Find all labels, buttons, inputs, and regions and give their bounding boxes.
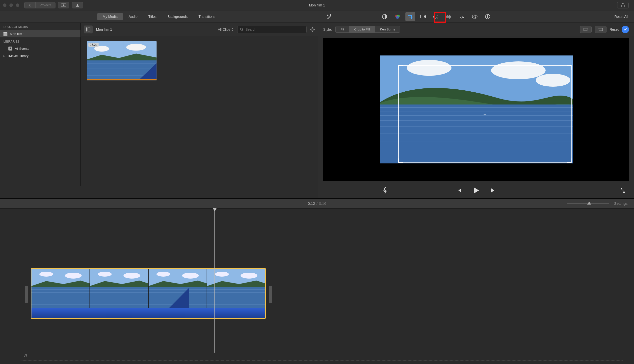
clips-area: Mon film 1 All Clips	[81, 23, 318, 198]
style-crop-to-fill-button[interactable]: Crop to Fill	[349, 26, 375, 32]
clip-thumbnail[interactable]: 16.2s	[87, 41, 157, 80]
search-input[interactable]	[246, 28, 304, 32]
libraries-heading: LIBRARIES	[0, 38, 80, 45]
noise-eq-button[interactable]	[444, 12, 454, 21]
crop-handle-nw[interactable]	[398, 65, 403, 70]
playback-bar	[318, 182, 634, 198]
projects-button[interactable]: Projects	[36, 2, 55, 8]
sidebar-item-imovie-library[interactable]: ▸ iMovie Library	[0, 52, 80, 60]
download-button[interactable]	[72, 2, 83, 8]
color-balance-button[interactable]	[380, 12, 390, 21]
tab-audio[interactable]: Audio	[123, 13, 143, 20]
rotate-ccw-button[interactable]	[580, 26, 592, 33]
color-correction-button[interactable]	[392, 12, 402, 21]
sidebar-item-project[interactable]: Mon film 1	[0, 30, 80, 38]
svg-rect-40	[32, 269, 265, 308]
rotate-cw-button[interactable]	[594, 26, 606, 33]
prev-frame-button[interactable]	[457, 188, 462, 193]
disclosure-triangle-icon[interactable]: ▸	[4, 54, 6, 58]
svg-rect-34	[384, 188, 386, 191]
svg-point-9	[240, 28, 243, 30]
playhead[interactable]	[214, 208, 215, 352]
library-sidebar: PROJECT MEDIA Mon film 1 LIBRARIES All	[0, 23, 81, 186]
crop-button[interactable]	[406, 12, 415, 21]
playhead-time: 0:12	[308, 201, 315, 206]
go-back-button[interactable]	[24, 2, 36, 8]
search-box[interactable]	[237, 26, 306, 33]
tab-titles[interactable]: Titles	[143, 13, 162, 20]
timeline[interactable]	[0, 208, 634, 364]
window-controls	[3, 4, 19, 7]
zoom-knob[interactable]	[587, 202, 591, 204]
svg-rect-20	[420, 15, 424, 18]
share-button[interactable]	[617, 2, 628, 8]
crop-handle-se[interactable]	[567, 158, 572, 163]
stepper-icon	[231, 28, 234, 31]
sidebar-item-all-events[interactable]: All Events	[0, 45, 80, 52]
volume-button[interactable]	[431, 12, 441, 21]
svg-rect-5	[4, 33, 8, 36]
timeline-settings-button[interactable]: Settings	[614, 201, 628, 206]
window-title: Mon film 1	[309, 3, 325, 7]
timeline-clip-audio[interactable]	[32, 308, 265, 319]
zoom-dot[interactable]	[16, 4, 19, 7]
close-dot[interactable]	[3, 4, 6, 7]
sidebar-item-label: All Events	[15, 47, 29, 50]
svg-rect-27	[584, 28, 587, 31]
preview-area[interactable]: ＋	[323, 38, 629, 181]
info-button[interactable]	[483, 12, 492, 21]
style-ken-burns-button[interactable]: Ken Burns	[375, 26, 400, 32]
upper-pane: My Media Audio Titles Backgrounds Transi…	[0, 10, 634, 198]
clip-options-button[interactable]	[310, 27, 315, 32]
svg-rect-3	[64, 3, 64, 4]
time-strip: 0:12 / 0:16 Settings	[0, 198, 634, 208]
style-fit-button[interactable]: Fit	[336, 26, 349, 32]
voiceover-button[interactable]	[383, 187, 388, 194]
enhance-magic-button[interactable]	[324, 12, 334, 21]
clip-filter-dropdown[interactable]: All Clips	[218, 28, 234, 32]
star-icon	[8, 46, 12, 50]
next-frame-button[interactable]	[490, 188, 496, 193]
svg-rect-8	[88, 28, 90, 32]
svg-rect-28	[599, 28, 602, 31]
trim-handle-right[interactable]	[269, 286, 272, 303]
play-button[interactable]	[473, 187, 480, 194]
fullscreen-button[interactable]	[620, 188, 626, 193]
crop-apply-button[interactable]	[622, 26, 629, 33]
layout-toggle-button[interactable]	[84, 26, 92, 34]
svg-point-10	[312, 29, 313, 30]
clip-filter-button[interactable]	[470, 12, 480, 21]
speed-button[interactable]	[457, 12, 467, 21]
music-well[interactable]	[20, 351, 624, 360]
import-media-button[interactable]	[58, 2, 69, 8]
crop-reset-button[interactable]: Reset	[610, 28, 619, 32]
tab-transitions[interactable]: Transitions	[193, 13, 221, 20]
crop-rectangle[interactable]: ＋	[398, 65, 572, 163]
timeline-clip[interactable]	[31, 268, 266, 319]
trim-handle-left[interactable]	[25, 286, 28, 303]
timeline-zoom-slider[interactable]	[567, 203, 609, 204]
search-icon	[240, 28, 244, 31]
svg-rect-2	[63, 3, 64, 4]
sidebar-item-label: Mon film 1	[10, 32, 25, 36]
total-duration: 0:16	[319, 201, 326, 206]
stabilization-button[interactable]	[418, 12, 428, 21]
browser-tabs: My Media Audio Titles Backgrounds Transi…	[0, 10, 318, 23]
music-note-icon	[24, 353, 28, 358]
crop-handle-sw[interactable]	[398, 158, 403, 163]
svg-rect-26	[488, 16, 488, 18]
crop-handle-ne[interactable]	[567, 65, 572, 70]
adjust-bar: Reset All	[318, 10, 634, 23]
svg-point-19	[396, 16, 399, 19]
tab-my-media[interactable]: My Media	[97, 13, 123, 20]
clip-duration-badge: 16.2s	[88, 43, 98, 47]
breadcrumb: Mon film 1	[96, 28, 112, 32]
viewer-pane: Reset All Style: Fit Crop to Fill Ken Bu…	[318, 10, 634, 198]
clips-grid[interactable]: 16.2s	[81, 36, 318, 198]
crop-style-segment: Fit Crop to Fill Ken Burns	[335, 26, 400, 33]
reset-all-button[interactable]: Reset All	[614, 14, 628, 18]
tab-backgrounds[interactable]: Backgrounds	[162, 13, 193, 20]
minimize-dot[interactable]	[10, 4, 13, 7]
style-label: Style:	[323, 28, 332, 32]
crop-style-bar: Style: Fit Crop to Fill Ken Burns Reset	[318, 23, 634, 36]
